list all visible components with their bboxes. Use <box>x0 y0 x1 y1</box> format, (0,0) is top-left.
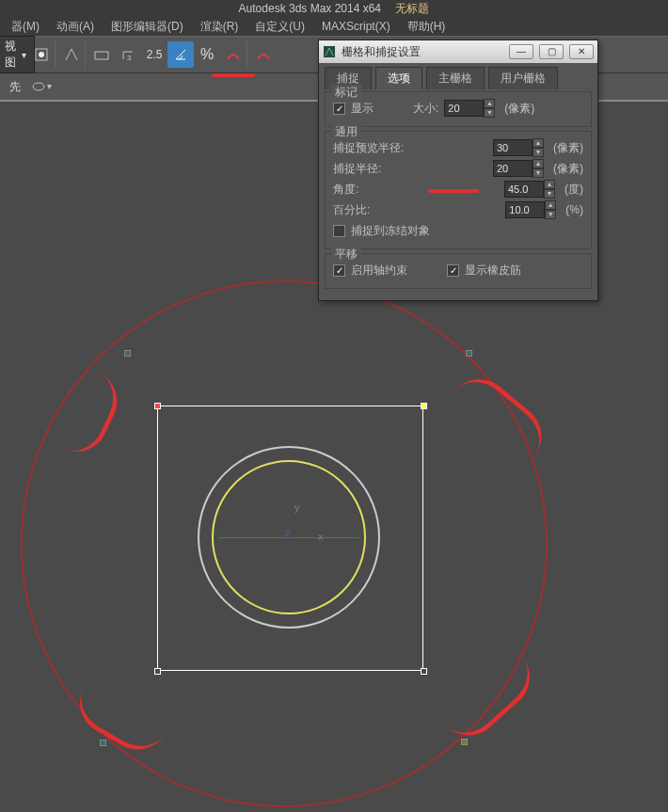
rubber-band-label: 显示橡皮筋 <box>465 263 521 279</box>
bbox-handle-tl[interactable] <box>124 350 131 357</box>
angle-snap-icon[interactable] <box>167 41 194 68</box>
app-icon <box>323 45 336 58</box>
snap-radius-unit: (像素) <box>553 161 583 177</box>
axis-label-y: y <box>294 502 300 513</box>
size-unit: (像素) <box>504 101 534 117</box>
app-titlebar: Autodesk 3ds Max 2014 x64 无标题 <box>0 0 668 17</box>
angle-value[interactable]: 2.5 <box>141 41 167 68</box>
svg-rect-2 <box>95 52 108 59</box>
menu-customize[interactable]: 自定义(U) <box>247 18 312 36</box>
dialog-title: 栅格和捕捉设置 <box>342 44 421 60</box>
snap-radius-spinner[interactable]: ▲▼ <box>533 159 544 178</box>
group-mark-title: 标记 <box>331 85 361 101</box>
menubar: 器(M) 动画(A) 图形编辑器(D) 渲染(R) 自定义(U) MAXScri… <box>0 17 668 36</box>
dialog-titlebar[interactable]: 栅格和捕捉设置 — ▢ ✕ <box>319 40 597 63</box>
group-pan: 平移 启用轴约束 显示橡皮筋 <box>325 253 592 289</box>
coord-sys-dropdown[interactable]: 视图 <box>2 41 28 68</box>
menu-modifiers[interactable]: 器(M) <box>4 18 47 36</box>
preview-radius-unit: (像素) <box>553 140 583 156</box>
menu-graph-editors[interactable]: 图形编辑器(D) <box>103 18 191 36</box>
axis-constraint-checkbox[interactable] <box>333 264 345 277</box>
menu-animation[interactable]: 动画(A) <box>49 18 102 36</box>
snap-radius-input[interactable] <box>493 160 533 177</box>
axis-constraint-label: 启用轴约束 <box>351 263 407 279</box>
size-input[interactable] <box>444 100 484 117</box>
snap-frozen-checkbox[interactable] <box>333 225 345 237</box>
display-label: 显示 <box>351 101 374 117</box>
group-pan-title: 平移 <box>331 247 361 263</box>
tool-dropdown-icon[interactable] <box>28 73 55 100</box>
select-manip-icon[interactable] <box>58 41 85 68</box>
display-checkbox[interactable] <box>333 103 345 115</box>
preview-radius-spinner[interactable]: ▲▼ <box>533 138 544 157</box>
named-sel-icon[interactable]: 先 <box>2 73 28 100</box>
menu-help[interactable]: 帮助(H) <box>400 18 453 36</box>
spinner-snap-icon[interactable] <box>220 41 247 68</box>
svg-point-4 <box>33 83 44 90</box>
close-button[interactable]: ✕ <box>569 44 594 59</box>
angle-spinner[interactable]: ▲▼ <box>544 180 555 199</box>
svg-text:3: 3 <box>127 54 132 62</box>
bbox-handle-bl[interactable] <box>100 740 106 746</box>
keyboard-shortcut-icon[interactable] <box>88 41 115 68</box>
bbox-handle-br[interactable] <box>461 739 468 745</box>
minimize-button[interactable]: — <box>509 44 533 59</box>
axis-label-x: x <box>318 531 324 542</box>
selection-handle-bl[interactable] <box>154 668 161 675</box>
annotation-underline-1 <box>212 73 255 77</box>
preview-radius-label: 捕捉预览半径: <box>333 140 418 156</box>
annotation-underline-2 <box>428 189 479 193</box>
angle-input[interactable] <box>504 181 544 198</box>
axis-label-z: z <box>285 527 291 538</box>
maximize-button[interactable]: ▢ <box>539 44 564 59</box>
dialog-body: 标记 显示 大小: ▲▼ (像素) 通用 捕捉预览半径: ▲▼ <box>319 89 597 298</box>
snap-frozen-label: 捕捉到冻结对象 <box>351 223 430 239</box>
rubber-band-checkbox[interactable] <box>447 264 459 277</box>
group-general-title: 通用 <box>331 124 361 140</box>
tab-home-grid[interactable]: 主栅格 <box>426 67 485 89</box>
bbox-handle-tr[interactable] <box>466 350 472 357</box>
app-title: Autodesk 3ds Max 2014 x64 <box>239 2 381 15</box>
menu-rendering[interactable]: 渲染(R) <box>193 18 247 36</box>
percent-input[interactable] <box>505 201 545 218</box>
grid-snap-settings-dialog: 栅格和捕捉设置 — ▢ ✕ 捕捉 选项 主栅格 用户栅格 标记 显示 大小: ▲… <box>318 40 598 301</box>
group-mark: 标记 显示 大小: ▲▼ (像素) <box>325 91 592 127</box>
selection-handle-br[interactable] <box>421 668 427 675</box>
svg-point-1 <box>39 52 44 57</box>
percent-label: 百分比: <box>333 202 418 218</box>
snap-3d-icon[interactable]: 3 <box>115 41 141 68</box>
tab-options[interactable]: 选项 <box>375 67 422 89</box>
selection-handle-tr[interactable] <box>421 403 427 409</box>
angle-label: 角度: <box>333 182 418 198</box>
percent-spinner[interactable]: ▲▼ <box>545 200 556 219</box>
size-label: 大小: <box>413 101 438 117</box>
menu-maxscript[interactable]: MAXScript(X) <box>314 19 398 34</box>
selection-handle-tl[interactable] <box>154 403 161 409</box>
percent-unit: (%) <box>565 203 583 216</box>
percent-snap-icon[interactable]: % <box>194 41 220 68</box>
edge-snap-icon[interactable] <box>250 41 277 68</box>
preview-radius-input[interactable] <box>493 139 533 156</box>
doc-name: 无标题 <box>395 2 429 15</box>
size-spinner[interactable]: ▲▼ <box>484 99 495 118</box>
angle-unit: (度) <box>565 182 583 198</box>
snap-radius-label: 捕捉半径: <box>333 161 418 177</box>
tab-user-grid[interactable]: 用户栅格 <box>488 67 558 89</box>
pivot-icon[interactable] <box>28 41 55 68</box>
